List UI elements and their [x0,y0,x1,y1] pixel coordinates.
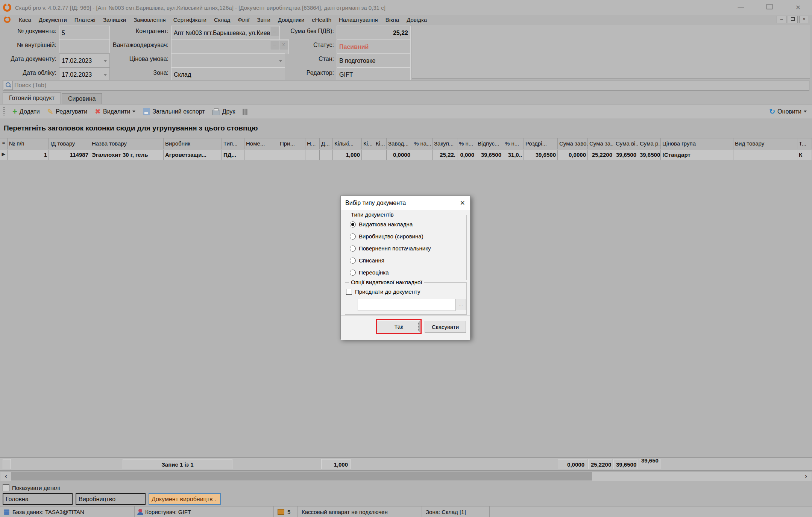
ok-button[interactable]: Так [378,321,420,332]
row-cell-19[interactable]: 0,0000 [558,150,588,160]
column-header-25[interactable]: Т... [797,138,812,149]
scroll-right-arrow[interactable]: › [801,472,811,481]
show-details-checkbox[interactable] [3,484,9,491]
dialog-close-icon[interactable]: × [460,199,470,207]
row-cell-11[interactable] [374,150,387,160]
column-header-18[interactable]: Роздрі... [524,138,558,149]
row-cell-23[interactable]: !Стандарт [661,150,733,160]
column-header-10[interactable]: Кі... [362,138,374,149]
row-cell-9[interactable]: 1,000 [333,150,362,160]
menu-sklad[interactable]: Склад [210,16,234,24]
row-cell-1[interactable]: 114987 [49,150,90,160]
radio-vyrobnytstvo-syrovyna[interactable]: Виробництво (сировина) [350,233,423,240]
search-bar[interactable] [3,80,809,91]
radio-spysannia[interactable]: Списання [350,257,384,264]
menu-filii[interactable]: Філії [234,16,253,24]
search-icon[interactable] [4,81,13,90]
radio-vydatkova-nakladna[interactable]: Видаткова накладна [350,221,413,227]
row-cell-21[interactable]: 39,6500 [614,150,638,160]
menu-kasa[interactable]: Каса [15,16,35,24]
attach-to-document-row[interactable]: Приєднати до документу [346,288,420,295]
row-cell-0[interactable]: 1 [8,150,49,160]
column-header-13[interactable]: % на... [412,138,433,149]
task-tab-main[interactable]: Головна [3,493,73,505]
row-cell-10[interactable] [362,150,374,160]
column-header-11[interactable]: Кі... [374,138,387,149]
column-header-1[interactable]: ІД товару [49,138,90,149]
menu-dokumenty[interactable]: Документи [35,16,71,24]
row-cell-15[interactable]: 0,000 [457,150,476,160]
row-cell-6[interactable] [278,150,305,160]
row-cell-14[interactable]: 25,22. [433,150,457,160]
column-header-8[interactable]: Д... [320,138,333,149]
column-header-6[interactable]: При... [278,138,305,149]
row-cell-24[interactable] [733,150,797,160]
row-cell-7[interactable] [305,150,320,160]
column-header-7[interactable]: Н... [305,138,320,149]
menu-platezhi[interactable]: Платежі [71,16,99,24]
menu-dovidnyky[interactable]: Довідники [274,16,308,24]
column-header-9[interactable]: Кількі... [333,138,362,149]
export-button[interactable]: Загальний експорт [141,107,207,116]
menu-ehealth[interactable]: eHealth [308,16,335,24]
attach-checkbox[interactable] [346,289,352,295]
menu-sertyfikaty[interactable]: Сертифікати [170,16,210,24]
minimize-button[interactable]: — [737,4,745,11]
toolbar-grip-handle[interactable] [3,107,5,116]
menu-zamovlennia[interactable]: Замовлення [130,16,169,24]
menu-nalashtuvannia[interactable]: Налаштування [335,16,382,24]
grid-row[interactable]: ▶1114987Эгаллохит 30 г, гельАгроветзащи.… [0,150,812,160]
row-cell-4[interactable]: ПД... [222,150,244,160]
column-header-14[interactable]: Закуп... [433,138,457,149]
radio-povernennia-postachalnyku[interactable]: Повернення постачальнику [350,245,431,252]
row-cell-20[interactable]: 25,2200 [588,150,614,160]
column-header-24[interactable]: Вид товару [733,138,797,149]
column-header-3[interactable]: Виробник [164,138,222,149]
tab-raw-material[interactable]: Сировина [62,93,102,104]
row-cell-16[interactable]: 39,6500 [476,150,503,160]
column-header-17[interactable]: % н... [503,138,524,149]
edit-button[interactable]: ✎ Редагувати [45,106,90,117]
attach-document-field[interactable] [358,299,455,311]
row-cell-13[interactable] [412,150,433,160]
delete-button[interactable]: ✖ Видалити [93,106,138,117]
maximize-button[interactable] [765,4,774,11]
column-header-23[interactable]: Цінова група [661,138,733,149]
row-cell-17[interactable]: 31,0.. [503,150,524,160]
scrollbar-thumb[interactable] [11,472,592,481]
mdi-close-button[interactable]: × [799,16,809,23]
column-header-0[interactable]: № п/п [8,138,49,149]
column-header-4[interactable]: Тип... [222,138,244,149]
row-cell-5[interactable] [244,150,278,160]
column-header-20[interactable]: Сума за... [588,138,614,149]
mdi-restore-button[interactable] [788,16,798,23]
column-header-21[interactable]: Сума ві... [614,138,638,149]
task-tab-production[interactable]: Виробництво [76,493,146,505]
cancel-button[interactable]: Скасувати [425,321,466,333]
row-cell-3[interactable]: Агроветзащи... [164,150,222,160]
row-cell-8[interactable] [320,150,333,160]
column-header-22[interactable]: Сума р... [638,138,661,149]
close-button[interactable]: × [794,3,802,12]
print-button[interactable]: Друк [210,107,238,116]
radio-pereotsinka[interactable]: Переоцінка [350,269,389,276]
group-by-bar[interactable]: Перетягніть заголовок колонки сюди для у… [0,118,812,138]
refresh-button[interactable]: ↻ Оновити [769,107,812,116]
menu-zvity[interactable]: Звіти [253,16,274,24]
menu-zalyshky[interactable]: Залишки [99,16,130,24]
search-input[interactable] [14,82,809,89]
columns-button[interactable] [240,108,250,116]
column-header-16[interactable]: Відпус... [476,138,503,149]
row-cell-25[interactable]: К [797,150,812,160]
mdi-minimize-button[interactable]: – [777,16,786,23]
row-cell-2[interactable]: Эгаллохит 30 г, гель [90,150,164,160]
attach-browse-button[interactable]: ... [456,299,466,310]
tab-finished-product[interactable]: Готовий продукт [3,92,61,104]
horizontal-scrollbar[interactable]: ‹ › [0,472,812,481]
row-cell-12[interactable]: 0,0000 [387,150,412,160]
row-cell-22[interactable]: 39,6500 [638,150,661,160]
scroll-left-arrow[interactable]: ‹ [1,472,11,481]
column-header-2[interactable]: Назва товару [90,138,164,149]
menu-vikna[interactable]: Вікна [382,16,403,24]
column-header-19[interactable]: Сума заво... [558,138,588,149]
